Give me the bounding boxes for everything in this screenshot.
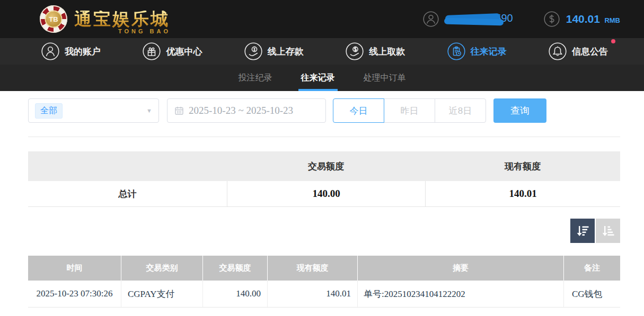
records-header-summary: 摘要 — [357, 256, 563, 281]
quick-range-last8days-button[interactable]: 近8日 — [435, 98, 486, 123]
nav-label: 线上存款 — [268, 46, 304, 58]
records-table: 时间 交易类别 交易额度 现有额度 摘要 备注 2025-10-23 07:30… — [28, 256, 620, 308]
account-summary: 590 140.01 RMB — [423, 11, 620, 28]
balance-display: 140.01 RMB — [566, 13, 620, 25]
poker-chip-logo-icon: TB — [40, 5, 67, 33]
dollar-coin-icon — [544, 11, 560, 27]
records-header-type: 交易类别 — [121, 256, 202, 281]
search-button[interactable]: 查询 — [493, 98, 546, 123]
tab-label: 处理中订单 — [364, 73, 406, 84]
user-circle-icon — [41, 42, 59, 60]
summary-transaction-amount: 140.00 — [227, 181, 425, 206]
record-transaction-amount: 140.00 — [202, 281, 267, 307]
selected-type-tag: 全部 — [35, 103, 63, 119]
table-row: 2025-10-23 07:30:26 CGPAY支付 140.00 140.0… — [28, 281, 620, 308]
nav-item-promotions[interactable]: 优惠中心 — [143, 42, 202, 60]
sort-controls — [28, 219, 620, 243]
summary-header-row: 交易额度 现有额度 — [28, 151, 620, 181]
calendar-icon — [174, 106, 184, 115]
chevron-down-icon: ▼ — [146, 107, 152, 114]
summary-total-row: 总计 140.00 140.01 — [28, 181, 620, 207]
brand-logo: TB 通宝娱乐城 TONG BAO — [40, 5, 173, 33]
records-header-time: 时间 — [28, 256, 121, 281]
quick-range-label: 昨日 — [401, 105, 419, 117]
record-time: 2025-10-23 07:30:26 — [28, 281, 121, 307]
chip-monogram: TB — [45, 11, 63, 28]
date-range-input[interactable]: 2025-10-23 ~ 2025-10-23 — [167, 98, 326, 123]
records-header-remark: 备注 — [563, 256, 620, 281]
nav-item-my-account[interactable]: 我的账户 — [41, 42, 101, 60]
tab-label: 投注纪录 — [239, 73, 272, 84]
summary-total-label: 总计 — [28, 181, 227, 206]
topbar: TB 通宝娱乐城 TONG BAO 590 140.01 RMB — [0, 0, 644, 38]
tab-label: 往来记录 — [301, 73, 335, 84]
balance-amount: 140.01 — [566, 13, 600, 25]
quick-range-label: 近8日 — [449, 105, 472, 117]
brand-title-wrap: 通宝娱乐城 TONG BAO — [74, 11, 173, 28]
gift-icon — [143, 42, 161, 60]
nav-item-transaction-records[interactable]: 往来记录 — [447, 42, 507, 60]
record-current-amount: 140.01 — [267, 281, 357, 307]
sort-descending-icon — [575, 223, 590, 238]
nav-label: 信息公告 — [572, 46, 608, 58]
records-header-transaction-amount: 交易额度 — [202, 256, 267, 281]
nav-item-online-withdraw[interactable]: 线上取款 — [346, 42, 405, 60]
user-avatar-icon — [423, 11, 439, 27]
records-header-row: 时间 交易类别 交易额度 现有额度 摘要 备注 — [28, 256, 620, 281]
quick-range-yesterday-button[interactable]: 昨日 — [384, 98, 435, 123]
clipboard-clock-icon — [447, 42, 465, 60]
summary-header-current-amount: 现有额度 — [425, 151, 620, 181]
summary-table: 交易额度 现有额度 总计 140.00 140.01 — [28, 151, 620, 207]
record-tabs: 投注纪录 往来记录 处理中订单 — [0, 65, 644, 91]
tab-transaction-records[interactable]: 往来记录 — [298, 65, 338, 91]
nav-label: 往来记录 — [471, 46, 507, 58]
balance-currency: RMB — [604, 16, 620, 24]
sort-ascending-button[interactable] — [596, 219, 620, 243]
summary-current-amount: 140.01 — [425, 181, 620, 206]
records-header-current-amount: 现有额度 — [267, 256, 357, 281]
summary-header-transaction-amount: 交易额度 — [227, 151, 425, 181]
deposit-hand-coin-icon — [244, 42, 262, 60]
section-divider — [28, 137, 620, 137]
nav-label: 优惠中心 — [166, 46, 202, 58]
tab-pending-orders[interactable]: 处理中订单 — [361, 65, 409, 91]
sort-descending-button[interactable] — [570, 219, 595, 243]
nav-label: 我的账户 — [65, 46, 101, 58]
withdraw-hand-coin-icon — [346, 42, 364, 60]
main-navigation: 我的账户 优惠中心 线上存款 线上取款 — [0, 38, 644, 65]
nav-item-announcements[interactable]: 信息公告 — [549, 42, 608, 60]
type-select[interactable]: 全部 ▼ — [28, 98, 159, 123]
nav-item-online-deposit[interactable]: 线上存款 — [244, 42, 304, 60]
filter-bar: 全部 ▼ 2025-10-23 ~ 2025-10-23 今日 昨日 近8日 查… — [28, 98, 644, 123]
tab-betting-records[interactable]: 投注纪录 — [236, 65, 275, 91]
username-area: 590 — [445, 11, 513, 28]
sort-ascending-icon — [601, 223, 615, 238]
brand-title: 通宝娱乐城 — [74, 11, 170, 28]
date-range-value: 2025-10-23 ~ 2025-10-23 — [189, 105, 293, 116]
record-remark: CG钱包 — [563, 281, 620, 307]
quick-range-label: 今日 — [350, 105, 368, 117]
record-type: CGPAY支付 — [121, 281, 202, 307]
username-redaction-scribble — [444, 18, 504, 26]
summary-header-empty — [28, 151, 227, 181]
quick-range-today-button[interactable]: 今日 — [333, 98, 384, 123]
quick-range-group: 今日 昨日 近8日 — [333, 98, 486, 123]
record-summary: 单号:202510234104122202 — [357, 281, 563, 307]
brand-subtitle: TONG BAO — [118, 28, 171, 34]
notification-dot — [611, 39, 615, 43]
nav-label: 线上取款 — [369, 46, 405, 58]
bell-icon — [549, 42, 567, 60]
